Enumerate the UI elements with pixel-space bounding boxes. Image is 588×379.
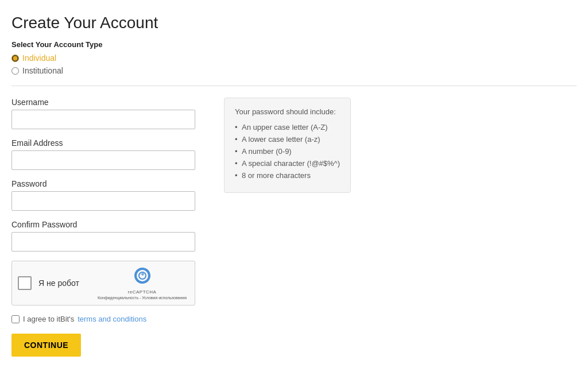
email-group: Email Address (11, 138, 201, 170)
confirm-password-input[interactable] (11, 232, 195, 252)
email-label: Email Address (11, 138, 201, 148)
radio-group: Individual Institutional (11, 53, 577, 75)
password-hint-item-4: 8 or more characters (235, 171, 340, 180)
radio-individual-label: Individual (22, 53, 56, 63)
terms-link[interactable]: terms and conditions (78, 315, 146, 323)
continue-button[interactable]: CONTINUE (11, 334, 81, 357)
radio-institutional-input[interactable] (11, 67, 19, 75)
account-type-label: Select Your Account Type (11, 40, 577, 49)
password-group: Password (11, 179, 201, 211)
recaptcha-label: reCAPTCHA (128, 289, 157, 295)
section-divider (11, 86, 577, 86)
captcha-checkbox[interactable] (18, 276, 32, 290)
terms-row: I agree to itBit's terms and conditions (11, 315, 201, 323)
captcha-left: Я не робот (18, 276, 79, 290)
recaptcha-links: Конфиденциальность - Условия использован… (98, 296, 187, 300)
main-layout: Username Email Address Password Confirm … (11, 98, 577, 357)
captcha-right: reCAPTCHA Конфиденциальность - Условия и… (98, 266, 187, 300)
page-title: Create Your Account (11, 14, 577, 32)
radio-individual[interactable]: Individual (11, 53, 577, 63)
form-section: Username Email Address Password Confirm … (11, 98, 201, 357)
recaptcha-logo-icon (133, 266, 152, 288)
password-label: Password (11, 179, 201, 188)
confirm-password-label: Confirm Password (11, 220, 201, 229)
captcha-box[interactable]: Я не робот reCAPTCHA Конфиденциальность … (11, 261, 195, 305)
radio-individual-input[interactable] (11, 55, 19, 62)
password-hint-box: Your password should include: An upper c… (224, 98, 351, 193)
terms-checkbox[interactable] (11, 315, 20, 323)
email-input[interactable] (11, 150, 195, 170)
terms-text-before: I agree to itBit's (23, 315, 74, 323)
password-hint-title: Your password should include: (235, 107, 340, 116)
radio-institutional-label: Institutional (22, 66, 63, 75)
username-group: Username (11, 98, 201, 129)
password-hint-item-2: A number (0-9) (235, 147, 340, 156)
username-input[interactable] (11, 110, 195, 129)
password-hint-item-1: A lower case letter (a-z) (235, 135, 340, 144)
password-hint-item-3: A special character (!@#$%^) (235, 159, 340, 168)
password-input[interactable] (11, 191, 195, 211)
password-hint-list: An upper case letter (A-Z) A lower case … (235, 123, 340, 180)
account-type-section: Select Your Account Type Individual Inst… (11, 40, 577, 75)
confirm-password-group: Confirm Password (11, 220, 201, 252)
username-label: Username (11, 98, 201, 107)
radio-institutional[interactable]: Institutional (11, 66, 577, 75)
password-hint-item-0: An upper case letter (A-Z) (235, 123, 340, 132)
captcha-text: Я не робот (38, 279, 79, 288)
